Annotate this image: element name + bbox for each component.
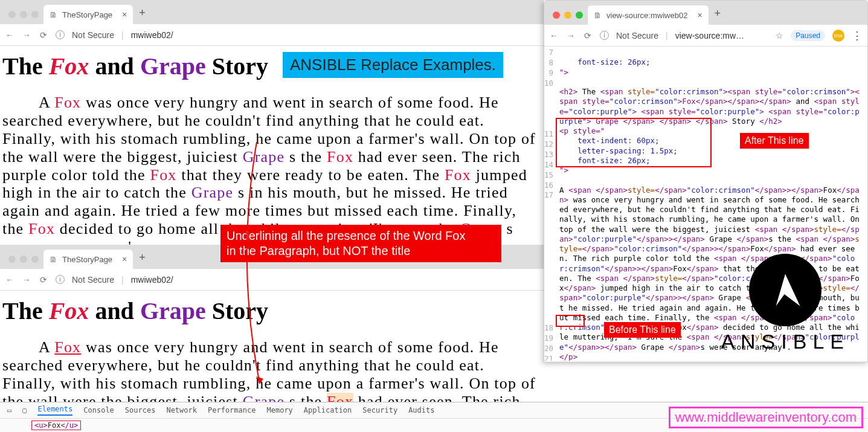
close-icon[interactable]: ×: [122, 254, 127, 264]
tab-elements[interactable]: Elements: [37, 405, 72, 416]
browser-window-1: 🗎 TheStoryPage × + ← → ⟳ i Not Secure | …: [0, 0, 544, 245]
traffic-lights[interactable]: [549, 11, 588, 25]
forward-icon[interactable]: →: [22, 30, 31, 40]
tab-bar: 🗎 view-source:mwiweb02 × +: [544, 1, 867, 25]
site-info-icon[interactable]: i: [56, 30, 65, 39]
tab-application[interactable]: Application: [304, 406, 352, 414]
address-bar: ← → ⟳ i Not Secure | mwiweb02/: [0, 269, 544, 291]
close-icon[interactable]: ×: [122, 10, 127, 19]
tab-thestorypage[interactable]: 🗎 TheStoryPage ×: [43, 250, 133, 269]
tab-security[interactable]: Security: [362, 406, 397, 414]
tab-memory[interactable]: Memory: [266, 406, 292, 414]
page-content: The Fox and Grape Story A Fox was once v…: [0, 291, 544, 402]
url-text[interactable]: view-source:mw…: [675, 31, 744, 40]
document-icon: 🗎: [50, 10, 57, 19]
site-info-icon[interactable]: i: [600, 31, 609, 40]
traffic-lights: [5, 256, 43, 269]
annotation-box-before: [556, 315, 585, 327]
story-paragraph: A Fox was once very hungry and went in s…: [2, 338, 540, 402]
site-info-icon[interactable]: i: [56, 275, 65, 284]
ansible-wordmark: ANSIBLE: [721, 330, 850, 353]
tab-sources[interactable]: Sources: [125, 406, 156, 414]
document-icon: 🗎: [50, 255, 57, 264]
reload-icon[interactable]: ⟳: [583, 31, 593, 40]
back-icon[interactable]: ←: [5, 30, 14, 40]
tab-title: TheStoryPage: [62, 10, 112, 19]
address-bar: ← → ⟳ i Not Secure | mwiweb02/: [0, 24, 544, 46]
traffic-lights: [5, 11, 43, 24]
tab-title: view-source:mwiweb02: [606, 11, 687, 20]
reload-icon[interactable]: ⟳: [39, 30, 48, 40]
annotation-title-blue: ANSIBLE Replace Examples.: [283, 52, 503, 78]
url-text[interactable]: mwiweb02/: [131, 275, 173, 285]
line-gutter: 7891011121314151617181920212223: [544, 47, 557, 361]
page-title: The Fox and Grape Story: [2, 297, 540, 325]
story-paragraph: A Fox was once very hungry and went in s…: [2, 94, 540, 245]
paused-chip[interactable]: Paused: [791, 30, 825, 41]
forward-icon[interactable]: →: [566, 31, 576, 40]
annotation-after-line: After This line: [740, 133, 809, 149]
title-fox: Fox: [49, 53, 95, 80]
tab-viewsource[interactable]: 🗎 view-source:mwiweb02 ×: [588, 5, 709, 25]
tab-title: TheStoryPage: [62, 255, 112, 264]
tab-console[interactable]: Console: [83, 406, 114, 414]
new-tab-button[interactable]: +: [709, 7, 727, 25]
ansible-logo: ANSIBLE: [721, 254, 850, 353]
inspect-icon[interactable]: ▭: [7, 406, 11, 414]
address-bar: ← → ⟳ i Not Secure | view-source:mw… ☆ P…: [544, 25, 867, 47]
annotation-box-after: [556, 118, 712, 167]
url-text[interactable]: mwiweb02/: [131, 30, 173, 40]
not-secure-label: Not Secure: [72, 275, 114, 285]
profile-avatar[interactable]: mw: [832, 30, 844, 42]
title-grape: Grape: [140, 53, 212, 80]
tab-network[interactable]: Network: [166, 406, 197, 414]
back-icon[interactable]: ←: [549, 31, 559, 40]
annotation-before-line: Before This line: [604, 322, 681, 338]
document-icon: 🗎: [594, 11, 602, 20]
new-tab-button[interactable]: +: [133, 251, 152, 269]
forward-icon[interactable]: →: [22, 275, 31, 285]
not-secure-label: Not Secure: [616, 31, 658, 40]
underlined-fox-highlighted: Fox: [327, 393, 353, 402]
underlined-fox: Fox: [54, 338, 81, 356]
not-secure-label: Not Secure: [72, 30, 114, 40]
close-icon[interactable]: ×: [697, 10, 702, 20]
watermark-link[interactable]: www.middlewareinventory.com: [669, 407, 863, 428]
back-icon[interactable]: ←: [5, 275, 14, 285]
kebab-menu-icon[interactable]: ⋮: [852, 29, 863, 42]
annotation-underline-explain: Underlining all the presence of the Word…: [220, 225, 501, 262]
browser-window-2: 🗎 TheStoryPage × + ← → ⟳ i Not Secure | …: [0, 245, 544, 402]
bookmark-icon[interactable]: ☆: [776, 31, 783, 40]
tab-performance[interactable]: Performance: [208, 406, 256, 414]
tab-bar: 🗎 TheStoryPage × +: [0, 0, 544, 24]
tab-thestorypage[interactable]: 🗎 TheStoryPage ×: [43, 5, 133, 24]
ansible-a-icon: [749, 254, 821, 326]
tab-audits[interactable]: Audits: [408, 406, 434, 414]
new-tab-button[interactable]: +: [133, 7, 152, 24]
device-icon[interactable]: ▢: [22, 406, 27, 414]
reload-icon[interactable]: ⟳: [39, 275, 48, 285]
